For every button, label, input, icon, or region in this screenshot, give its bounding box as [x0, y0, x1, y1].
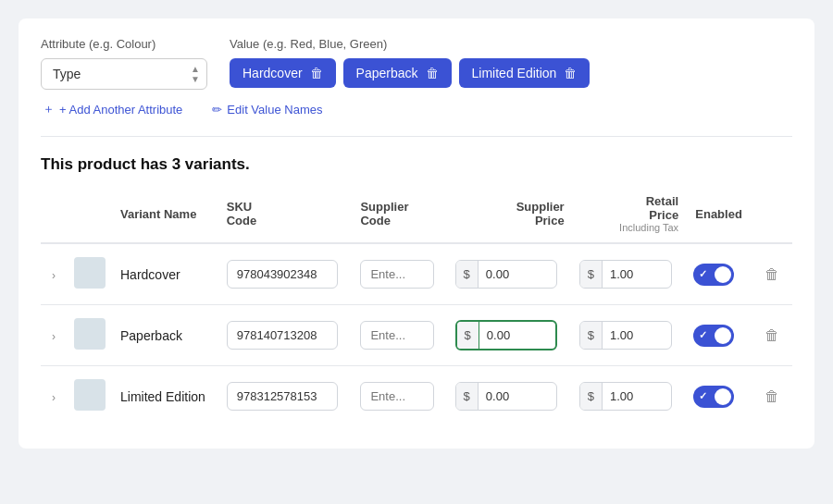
add-attribute-link[interactable]: ＋ + Add Another Attribute [43, 101, 182, 117]
thumb-cell-hardcover [67, 243, 113, 305]
supplier-price-cell-paperback: $ [448, 305, 572, 366]
supplier-price-wrapper-hardcover: $ [455, 260, 557, 289]
supplier-code-input-hardcover[interactable] [360, 260, 434, 289]
variant-name-hardcover: Hardcover [120, 267, 180, 282]
supplier-price-currency-limited-edition: $ [456, 383, 479, 410]
delete-cell-hardcover: 🗑 [752, 243, 792, 305]
supplier-price-cell-hardcover: $ [448, 243, 572, 305]
th-enabled: Enabled [686, 189, 752, 243]
attribute-label: Attribute (e.g. Colour) [41, 37, 207, 51]
variants-table-wrapper: Variant Name SKUCode SupplierCode Suppli… [41, 189, 792, 426]
table-row: › Paperback $ $ [41, 305, 792, 366]
retail-price-cell-limited-edition: $ [572, 366, 686, 427]
retail-price-input-limited-edition[interactable] [603, 383, 653, 410]
supplier-code-input-paperback[interactable] [360, 321, 434, 350]
pencil-icon: ✏ [212, 103, 222, 117]
values-label: Value (e.g. Red, Blue, Green) [230, 37, 590, 51]
supplier-price-wrapper-paperback: $ [455, 320, 557, 350]
variants-tbody: › Hardcover $ $ [41, 243, 792, 426]
delete-btn-paperback[interactable]: 🗑 [759, 324, 785, 347]
retail-price-currency-limited-edition: $ [580, 383, 603, 410]
sku-cell-hardcover [219, 243, 354, 305]
retail-price-wrapper-paperback: $ [579, 321, 672, 350]
sku-input-paperback[interactable] [227, 321, 338, 350]
attribute-select[interactable]: Type [41, 58, 207, 90]
enabled-cell-limited-edition [686, 366, 752, 427]
expand-cell-paperback: › [41, 305, 67, 366]
variant-thumb-paperback [74, 318, 106, 350]
toggle-knob-limited-edition [715, 388, 731, 405]
supplier-code-cell-limited-edition [353, 366, 447, 427]
tag-paperback[interactable]: Paperback🗑 [343, 58, 452, 88]
edit-value-names-link[interactable]: ✏ Edit Value Names [212, 101, 322, 117]
name-cell-paperback: Paperback [113, 305, 219, 366]
toggle-knob-hardcover [715, 266, 731, 283]
expand-btn-paperback[interactable]: › [48, 326, 59, 347]
product-variants-card: Attribute (e.g. Colour) Type ▲ ▼ Value (… [19, 18, 814, 449]
actions-row: ＋ + Add Another Attribute ✏ Edit Value N… [41, 101, 792, 117]
supplier-price-currency-hardcover: $ [456, 261, 479, 288]
toggle-knob-paperback [715, 327, 731, 344]
attribute-column: Attribute (e.g. Colour) Type ▲ ▼ [41, 37, 207, 90]
th-sku-code: SKUCode [219, 189, 354, 243]
retail-price-input-hardcover[interactable] [603, 261, 653, 288]
supplier-price-input-hardcover[interactable] [479, 261, 543, 288]
sku-cell-limited-edition [219, 366, 354, 427]
enabled-toggle-hardcover[interactable] [693, 264, 734, 286]
tag-delete-limited-edition[interactable]: 🗑 [564, 66, 577, 80]
add-attribute-label: + Add Another Attribute [59, 103, 182, 117]
supplier-price-input-paperback[interactable] [479, 322, 544, 349]
variant-name-paperback: Paperback [120, 328, 182, 343]
retail-price-cell-paperback: $ [572, 305, 686, 366]
tag-label-hardcover: Hardcover [242, 66, 303, 80]
table-row: › Limited Edition $ $ [41, 366, 792, 427]
expand-btn-hardcover[interactable]: › [48, 265, 59, 286]
variants-table: Variant Name SKUCode SupplierCode Suppli… [41, 189, 792, 426]
name-cell-hardcover: Hardcover [113, 243, 219, 305]
retail-price-currency-paperback: $ [580, 322, 603, 349]
th-retail-price: RetailPrice Including Tax [572, 189, 686, 243]
expand-cell-hardcover: › [41, 243, 67, 305]
enabled-cell-paperback [686, 305, 752, 366]
variant-thumb-limited-edition [74, 379, 106, 411]
supplier-price-input-limited-edition[interactable] [479, 383, 543, 410]
th-variant-name: Variant Name [113, 189, 219, 243]
variants-section: This product has 3 variants. Variant Nam… [41, 155, 792, 426]
tag-hardcover[interactable]: Hardcover🗑 [230, 58, 336, 88]
tag-limited-edition[interactable]: Limited Edition🗑 [459, 58, 591, 88]
sku-input-limited-edition[interactable] [227, 382, 338, 411]
enabled-toggle-paperback[interactable] [693, 325, 734, 347]
supplier-code-cell-hardcover [353, 243, 447, 305]
edit-value-names-label: Edit Value Names [227, 103, 322, 117]
retail-price-currency-hardcover: $ [580, 261, 603, 288]
variant-name-limited-edition: Limited Edition [120, 389, 205, 404]
expand-cell-limited-edition: › [41, 366, 67, 427]
attribute-select-wrapper: Type ▲ ▼ [41, 58, 207, 90]
tag-label-paperback: Paperback [356, 66, 418, 80]
sku-cell-paperback [219, 305, 354, 366]
delete-cell-paperback: 🗑 [752, 305, 792, 366]
tag-delete-hardcover[interactable]: 🗑 [310, 66, 323, 80]
attribute-value-row: Attribute (e.g. Colour) Type ▲ ▼ Value (… [41, 37, 792, 90]
delete-cell-limited-edition: 🗑 [752, 366, 792, 427]
tag-delete-paperback[interactable]: 🗑 [426, 66, 439, 80]
enabled-cell-hardcover [686, 243, 752, 305]
delete-btn-limited-edition[interactable]: 🗑 [759, 385, 785, 408]
delete-btn-hardcover[interactable]: 🗑 [759, 263, 785, 286]
supplier-price-wrapper-limited-edition: $ [455, 382, 557, 411]
retail-price-input-paperback[interactable] [603, 322, 653, 349]
thumb-cell-paperback [67, 305, 113, 366]
th-supplier-price: SupplierPrice [448, 189, 572, 243]
supplier-code-input-limited-edition[interactable] [360, 382, 434, 411]
enabled-toggle-limited-edition[interactable] [693, 386, 734, 408]
section-divider [41, 136, 792, 137]
table-header: Variant Name SKUCode SupplierCode Suppli… [41, 189, 792, 243]
tag-label-limited-edition: Limited Edition [472, 66, 557, 80]
name-cell-limited-edition: Limited Edition [113, 366, 219, 427]
tags-row: Hardcover🗑Paperback🗑Limited Edition🗑 [230, 58, 590, 88]
th-supplier-code: SupplierCode [353, 189, 447, 243]
sku-input-hardcover[interactable] [227, 260, 338, 289]
expand-btn-limited-edition[interactable]: › [48, 387, 59, 408]
retail-price-wrapper-limited-edition: $ [579, 382, 672, 411]
retail-price-wrapper-hardcover: $ [579, 260, 672, 289]
